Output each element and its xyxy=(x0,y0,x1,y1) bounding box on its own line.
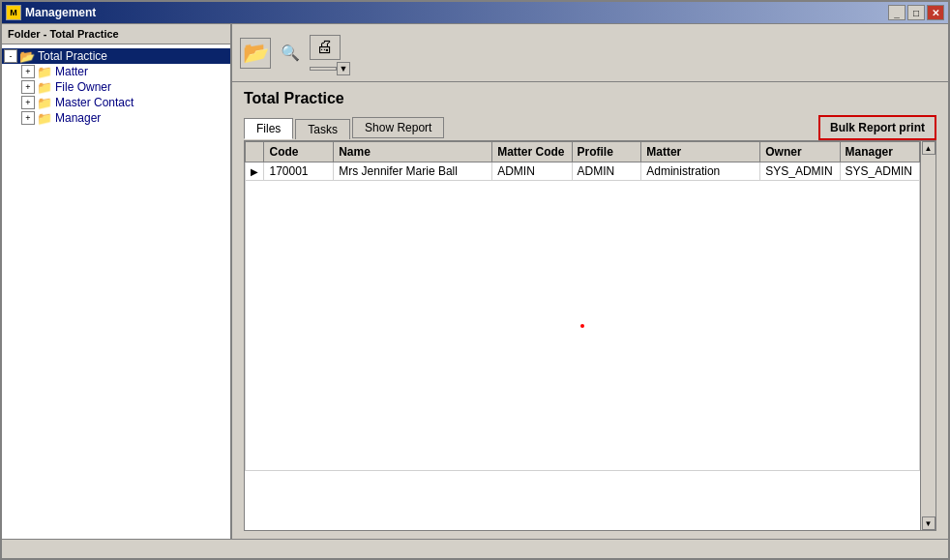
maximize-button[interactable]: □ xyxy=(907,5,925,20)
main-window: M Management _ □ ✕ Folder - Total Practi… xyxy=(0,0,950,560)
show-report-button[interactable]: Show Report xyxy=(352,117,444,138)
col-header-matter-code[interactable]: Matter Code xyxy=(492,142,572,162)
tabs-row: Files Tasks Show Report Bulk Report prin… xyxy=(244,115,936,140)
row-matter: Administration xyxy=(641,162,760,181)
data-table-container: Code Name Matter Code xyxy=(244,140,936,531)
tab-files[interactable]: Files xyxy=(244,118,293,139)
window-title: Management xyxy=(25,6,96,19)
row-arrow: ▶ xyxy=(246,162,264,181)
sidebar-label-manager: Manager xyxy=(55,111,101,125)
sidebar-item-total-practice[interactable]: - 📂 Total Practice xyxy=(2,48,230,64)
col-header-matter[interactable]: Matter xyxy=(641,142,760,162)
row-manager: SYS_ADMIN xyxy=(840,162,919,181)
red-dot-indicator xyxy=(580,324,584,328)
tree: - 📂 Total Practice + 📁 Matter + 📁 File O… xyxy=(2,44,230,539)
col-header-manager[interactable]: Manager xyxy=(840,142,919,162)
title-bar: M Management _ □ ✕ xyxy=(2,2,948,23)
bulk-report-button[interactable]: Bulk Report print xyxy=(818,115,936,140)
tabs-left: Files Tasks Show Report xyxy=(244,117,444,138)
toolbar: 📂 🔍 🖨 ▼ xyxy=(232,24,948,82)
folder-icon-matter: 📁 xyxy=(37,66,52,77)
expand-icon-matter[interactable]: + xyxy=(21,65,35,78)
content-area: Total Practice Files Tasks Show Report B… xyxy=(232,82,948,539)
table-row[interactable]: ▶ 170001 Mrs Jennifer Marie Ball ADMIN A… xyxy=(246,162,920,181)
col-header-owner[interactable]: Owner xyxy=(760,142,840,162)
row-owner: SYS_ADMIN xyxy=(760,162,840,181)
right-panel: 📂 🔍 🖨 ▼ Total Practice xyxy=(232,24,948,539)
title-bar-controls: _ □ ✕ xyxy=(888,5,944,20)
status-bar xyxy=(2,539,948,558)
folder-icon-master-contact: 📁 xyxy=(37,97,52,108)
table-header-row: Code Name Matter Code xyxy=(246,142,920,162)
sidebar-label-matter: Matter xyxy=(55,65,88,78)
row-code: 170001 xyxy=(264,162,334,181)
sidebar-item-file-owner[interactable]: + 📁 File Owner xyxy=(2,79,230,95)
main-content: Folder - Total Practice - 📂 Total Practi… xyxy=(2,23,948,539)
tab-tasks[interactable]: Tasks xyxy=(295,119,350,139)
vertical-scrollbar[interactable]: ▲ ▼ xyxy=(920,141,935,530)
open-folder-button[interactable]: 📂 xyxy=(240,38,271,69)
app-icon: M xyxy=(6,5,21,20)
row-profile: ADMIN xyxy=(572,162,641,181)
content-title: Total Practice xyxy=(244,90,936,107)
expand-icon-total-practice[interactable]: - xyxy=(4,49,17,63)
sidebar: Folder - Total Practice - 📂 Total Practi… xyxy=(2,24,232,539)
sidebar-item-matter[interactable]: + 📁 Matter xyxy=(2,64,230,79)
sidebar-label-master-contact: Master Contact xyxy=(55,96,134,109)
empty-row xyxy=(246,181,920,471)
expand-icon-master-contact[interactable]: + xyxy=(21,96,35,109)
scroll-up-button[interactable]: ▲ xyxy=(922,141,935,155)
col-header-arrow xyxy=(246,142,264,162)
sidebar-item-manager[interactable]: + 📁 Manager xyxy=(2,110,230,126)
col-header-code[interactable]: Code xyxy=(264,142,334,162)
sidebar-label-file-owner: File Owner xyxy=(55,80,111,94)
folder-open-icon: 📂 xyxy=(19,50,35,62)
expand-icon-manager[interactable]: + xyxy=(21,111,35,125)
col-header-name[interactable]: Name xyxy=(334,142,492,162)
table-body: ▶ 170001 Mrs Jennifer Marie Ball ADMIN A… xyxy=(246,162,920,471)
sidebar-item-master-contact[interactable]: + 📁 Master Contact xyxy=(2,95,230,110)
folder-icon-file-owner: 📁 xyxy=(37,81,52,93)
sidebar-label-total-practice: Total Practice xyxy=(38,49,107,63)
title-bar-left: M Management xyxy=(6,5,96,20)
print-button[interactable]: 🖨 xyxy=(310,35,341,60)
data-table: Code Name Matter Code xyxy=(245,141,920,471)
sidebar-header: Folder - Total Practice xyxy=(2,24,230,44)
table-scroll-wrapper[interactable]: Code Name Matter Code xyxy=(245,141,920,530)
expand-icon-file-owner[interactable]: + xyxy=(21,80,35,94)
print-dropdown-arrow[interactable]: ▼ xyxy=(337,62,350,75)
scroll-track[interactable] xyxy=(922,155,935,516)
col-header-profile[interactable]: Profile xyxy=(572,142,641,162)
row-name: Mrs Jennifer Marie Ball xyxy=(334,162,492,181)
close-button[interactable]: ✕ xyxy=(927,5,944,20)
scroll-down-button[interactable]: ▼ xyxy=(922,516,935,530)
search-button[interactable]: 🔍 xyxy=(275,38,306,69)
row-matter-code: ADMIN xyxy=(492,162,572,181)
folder-icon-manager: 📁 xyxy=(37,112,52,124)
minimize-button[interactable]: _ xyxy=(888,5,905,20)
